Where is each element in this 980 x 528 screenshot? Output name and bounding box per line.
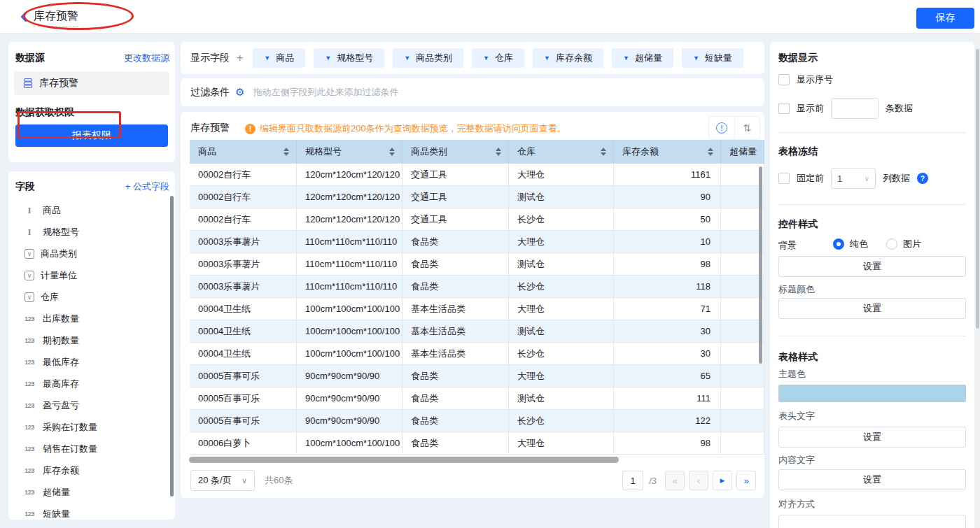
theme-color-swatch[interactable] [778, 385, 966, 402]
last-page-button[interactable]: » [736, 471, 756, 490]
column-header[interactable]: 仓库 [509, 140, 614, 164]
field-label: 计量单位 [41, 269, 77, 282]
chip-label: 仓库 [495, 52, 513, 64]
sort-icon[interactable] [601, 148, 606, 156]
display-field-chip[interactable]: ▼仓库 [472, 48, 524, 68]
table-cell: 00003乐事薯片 [190, 276, 297, 298]
table-row: 00002自行车120cm*120cm*120/120交通工具测试仓90 [190, 186, 764, 208]
header-text-set-button[interactable]: 设置 [778, 427, 966, 448]
next-page-button[interactable]: ▶ [713, 471, 732, 490]
back-icon[interactable] [18, 10, 31, 23]
table-row: 00003乐事薯片110cm*110cm*110/110食品类长沙仓118 [190, 276, 764, 298]
field-item[interactable]: 123短缺量 [8, 503, 175, 520]
solid-radio[interactable] [833, 238, 844, 250]
select-field-icon: ∨ [24, 292, 34, 302]
page-title[interactable]: 库存预警 [34, 9, 78, 27]
field-item[interactable]: 123最低库存 [8, 351, 175, 373]
page-number-input[interactable]: 1 [622, 471, 643, 490]
info-button[interactable]: ! [709, 117, 734, 139]
fields-scrollbar[interactable] [170, 196, 174, 497]
change-datasource-link[interactable]: 更改数据源 [124, 52, 169, 64]
field-label: 最高库存 [43, 378, 79, 390]
field-item[interactable]: 123盈亏盘亏 [8, 394, 175, 416]
page-size-select[interactable]: 20 条/页 ∨ [190, 470, 255, 491]
report-permission-button[interactable]: 报表权限 [15, 124, 168, 147]
field-item[interactable]: ∨商品类别 [8, 243, 175, 264]
table-vertical-scrollbar[interactable] [759, 166, 762, 364]
sort-icon[interactable] [496, 148, 501, 156]
field-item[interactable]: ∨计量单位 [8, 264, 175, 286]
page-total-label: /3 [649, 476, 657, 486]
field-item[interactable]: 123库存余额 [8, 459, 175, 481]
display-field-chip[interactable]: ▼规格型号 [314, 48, 384, 68]
divider [778, 336, 966, 336]
first-page-button[interactable]: « [665, 471, 685, 490]
warning-icon: ! [245, 124, 255, 134]
sort-icon[interactable] [389, 148, 395, 156]
table-cell: 大理仓 [509, 164, 614, 186]
datasource-item[interactable]: 库存预警 [14, 71, 169, 95]
content-text-set-button[interactable]: 设置 [778, 469, 966, 490]
window-scrollbar-thumb[interactable] [976, 49, 979, 329]
show-first-checkbox[interactable] [778, 103, 790, 114]
pager-controls: 1 /3 « ‹ ▶ » [622, 471, 756, 490]
field-item[interactable]: I规格型号 [8, 221, 175, 243]
field-item[interactable]: 123超储量 [8, 481, 175, 503]
select-field-icon: ∨ [24, 271, 34, 280]
show-index-option: 显示序号 [778, 73, 833, 86]
sort-icon[interactable] [708, 148, 713, 156]
freeze-checkbox[interactable] [778, 173, 790, 184]
sort-button[interactable]: ⇅ [734, 117, 760, 139]
add-display-field-icon[interactable]: + [237, 52, 243, 64]
bg-image-option: 图片 [886, 238, 921, 250]
field-item[interactable]: 123期初数量 [8, 329, 175, 351]
display-field-chip[interactable]: ▼商品类别 [393, 48, 463, 68]
field-label: 仓库 [41, 291, 59, 304]
column-header[interactable]: 规格型号 [297, 140, 402, 164]
column-header[interactable]: 商品 [190, 140, 297, 164]
table-cell: 100cm*100cm*100/100 [297, 432, 402, 455]
field-label: 短缺量 [43, 508, 70, 520]
table-cell [721, 231, 764, 253]
datasource-item-label: 库存预警 [39, 77, 78, 90]
image-radio[interactable] [886, 238, 897, 250]
display-field-chip[interactable]: ▼超储量 [612, 48, 673, 68]
freeze-count-select[interactable]: 1 ∨ [831, 168, 876, 189]
table-cell: 00003乐事薯片 [190, 231, 297, 253]
table-cell: 测试仓 [509, 387, 614, 410]
column-header[interactable]: 超储量 [721, 140, 764, 164]
field-item[interactable]: ∨仓库 [8, 286, 175, 308]
field-item[interactable]: 123采购在订数量 [8, 416, 175, 438]
show-first-option: 显示前 条数据 [778, 98, 913, 119]
align-control[interactable] [778, 515, 966, 528]
save-button[interactable]: 保存 [916, 8, 974, 29]
table-cell: 98 [614, 253, 721, 276]
table-cell: 大理仓 [509, 432, 614, 455]
field-item[interactable]: 123最高库存 [8, 373, 175, 394]
freeze-title: 表格冻结 [778, 145, 818, 158]
title-color-set-button[interactable]: 设置 [778, 298, 966, 319]
field-item[interactable]: 123销售在订数量 [8, 438, 175, 459]
show-index-checkbox[interactable] [778, 74, 790, 85]
column-header[interactable]: 库存余额 [614, 140, 721, 164]
display-field-chip[interactable]: ▼短缺量 [682, 48, 743, 68]
field-item[interactable]: I商品 [8, 199, 175, 221]
gear-icon[interactable]: ⚙ [235, 86, 244, 99]
add-formula-field-link[interactable]: + 公式字段 [125, 180, 169, 193]
field-label: 最低库存 [43, 356, 79, 369]
help-icon[interactable]: ? [917, 173, 928, 184]
display-field-chip[interactable]: ▼库存余额 [533, 48, 603, 68]
prev-page-button[interactable]: ‹ [689, 471, 708, 490]
column-header[interactable]: 商品类别 [402, 140, 509, 164]
filter-dropzone[interactable]: 拖动左侧字段到此处来添加过滤条件 [253, 86, 398, 99]
table-cell: 100cm*100cm*100/100 [297, 298, 402, 320]
sort-icon[interactable] [284, 148, 289, 156]
table-cell: 食品类 [402, 231, 509, 253]
field-item[interactable]: 123出库数量 [8, 308, 175, 329]
background-set-button[interactable]: 设置 [778, 256, 966, 277]
show-first-count-input[interactable] [831, 98, 878, 119]
table-horizontal-scrollbar[interactable] [189, 457, 619, 463]
display-field-chip[interactable]: ▼商品 [253, 48, 305, 68]
field-label: 采购在订数量 [43, 421, 97, 434]
table-cell: 食品类 [402, 253, 509, 276]
